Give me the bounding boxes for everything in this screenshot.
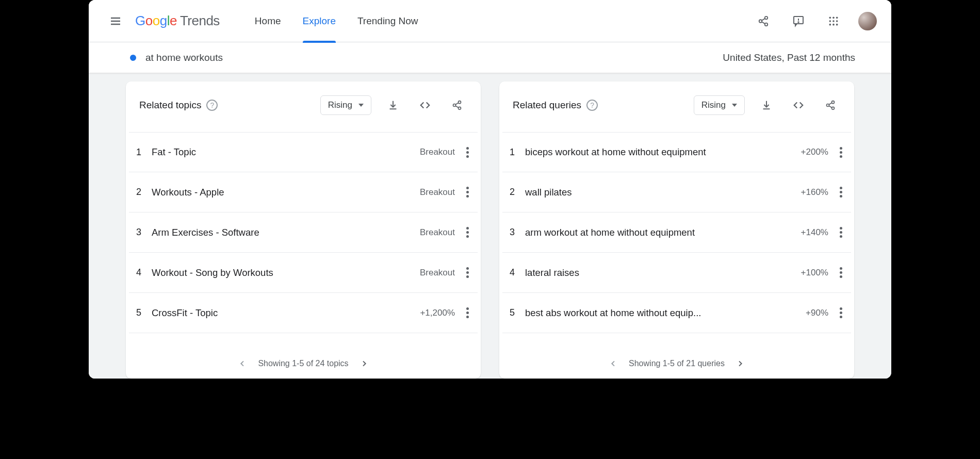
svg-point-3 <box>765 16 768 19</box>
rank: 2 <box>136 187 152 198</box>
svg-point-27 <box>832 107 835 109</box>
help-icon[interactable]: ? <box>586 100 598 111</box>
svg-point-14 <box>829 20 831 22</box>
location-time-filter[interactable]: United States, Past 12 months <box>723 52 855 63</box>
query-link[interactable]: best abs workout at home without equip..… <box>525 307 806 319</box>
svg-line-23 <box>455 103 459 105</box>
metric-value: +100% <box>801 268 828 278</box>
rank: 5 <box>510 307 525 318</box>
related-topics-card: Related topics ? Rising <box>126 81 481 379</box>
embed-icon[interactable] <box>788 95 809 116</box>
query-link[interactable]: biceps workout at home without equipment <box>525 146 801 158</box>
query-link[interactable]: wall pilates <box>525 187 801 198</box>
related-queries-title: Related queries <box>513 100 581 111</box>
share-icon[interactable] <box>753 11 774 31</box>
svg-point-19 <box>836 23 838 25</box>
share-icon[interactable] <box>447 95 467 116</box>
chevron-right-icon[interactable] <box>736 359 744 368</box>
feedback-icon[interactable] <box>788 11 809 31</box>
list-item: 3 Arm Exercises - Software Breakout <box>129 212 478 253</box>
svg-line-6 <box>762 18 765 20</box>
svg-point-21 <box>453 104 456 107</box>
rank: 1 <box>510 147 525 158</box>
topic-link[interactable]: Fat - Topic <box>152 146 420 158</box>
topic-link[interactable]: CrossFit - Topic <box>152 307 420 319</box>
queries-sort-dropdown[interactable]: Rising <box>694 95 745 115</box>
google-trends-logo[interactable]: Google Trends <box>135 13 220 29</box>
nav-trending-now[interactable]: Trending Now <box>357 0 418 42</box>
queries-sort-label: Rising <box>701 100 726 110</box>
svg-line-29 <box>829 106 832 108</box>
svg-point-20 <box>459 101 461 104</box>
search-term[interactable]: at home workouts <box>145 52 223 63</box>
topic-link[interactable]: Arm Exercises - Software <box>152 227 420 238</box>
hamburger-menu-icon[interactable] <box>103 9 128 34</box>
svg-point-12 <box>832 17 835 19</box>
list-item: 1 Fat - Topic Breakout <box>129 132 478 172</box>
metric-value: Breakout <box>420 268 455 278</box>
app-header: Google Trends Home Explore Trending Now <box>89 0 891 42</box>
more-icon[interactable] <box>831 143 850 161</box>
metric-value: Breakout <box>420 187 455 198</box>
metric-value: +140% <box>801 227 828 238</box>
embed-icon[interactable] <box>415 95 435 116</box>
filter-bar: at home workouts United States, Past 12 … <box>89 42 891 73</box>
download-icon[interactable] <box>756 95 777 116</box>
svg-point-10 <box>798 22 799 23</box>
list-item: 3 arm workout at home without equipment … <box>502 212 851 253</box>
svg-point-11 <box>829 17 831 19</box>
metric-value: +200% <box>801 147 828 157</box>
rank: 1 <box>136 147 152 158</box>
download-icon[interactable] <box>383 95 403 116</box>
metric-value: Breakout <box>420 147 455 157</box>
list-item: 2 Workouts - Apple Breakout <box>129 172 478 212</box>
more-icon[interactable] <box>831 223 850 242</box>
chevron-left-icon[interactable] <box>609 359 617 368</box>
svg-point-15 <box>832 20 835 22</box>
more-icon[interactable] <box>458 304 477 322</box>
svg-point-22 <box>459 107 461 109</box>
nav-home[interactable]: Home <box>255 0 281 42</box>
chevron-down-icon <box>732 104 737 107</box>
more-icon[interactable] <box>831 304 850 322</box>
nav-explore[interactable]: Explore <box>303 0 336 42</box>
topics-sort-label: Rising <box>328 100 352 110</box>
more-icon[interactable] <box>831 264 850 282</box>
share-icon[interactable] <box>820 95 841 116</box>
svg-point-18 <box>832 23 835 25</box>
apps-grid-icon[interactable] <box>823 11 844 31</box>
topics-sort-dropdown[interactable]: Rising <box>320 95 371 115</box>
topic-link[interactable]: Workout - Song by Workouts <box>152 267 420 278</box>
query-link[interactable]: arm workout at home without equipment <box>525 227 801 238</box>
svg-point-4 <box>759 20 762 23</box>
queries-list: 1 biceps workout at home without equipme… <box>499 122 854 350</box>
rank: 4 <box>136 267 152 278</box>
list-item: 5 best abs workout at home without equip… <box>502 293 851 333</box>
rank: 5 <box>136 307 152 318</box>
list-item: 2 wall pilates +160% <box>502 172 851 212</box>
rank: 3 <box>510 227 525 238</box>
more-icon[interactable] <box>458 143 477 161</box>
svg-point-16 <box>836 20 838 22</box>
rank: 2 <box>510 187 525 198</box>
svg-point-5 <box>765 23 768 25</box>
pagination-text: Showing 1-5 of 21 queries <box>629 359 725 368</box>
chevron-right-icon[interactable] <box>360 359 368 368</box>
more-icon[interactable] <box>458 183 477 202</box>
query-link[interactable]: lateral raises <box>525 267 801 278</box>
svg-line-24 <box>455 106 459 108</box>
list-item: 4 Workout - Song by Workouts Breakout <box>129 253 478 293</box>
account-avatar[interactable] <box>858 12 877 30</box>
queries-pagination: Showing 1-5 of 21 queries <box>499 350 854 379</box>
topic-link[interactable]: Workouts - Apple <box>152 187 420 198</box>
main-content: Related topics ? Rising <box>89 73 891 379</box>
chevron-left-icon[interactable] <box>238 359 247 368</box>
more-icon[interactable] <box>831 183 850 202</box>
svg-line-28 <box>829 103 832 105</box>
help-icon[interactable]: ? <box>206 100 218 111</box>
more-icon[interactable] <box>458 223 477 242</box>
svg-point-26 <box>827 104 829 107</box>
more-icon[interactable] <box>458 264 477 282</box>
list-item: 4 lateral raises +100% <box>502 253 851 293</box>
metric-value: +1,200% <box>420 308 455 318</box>
